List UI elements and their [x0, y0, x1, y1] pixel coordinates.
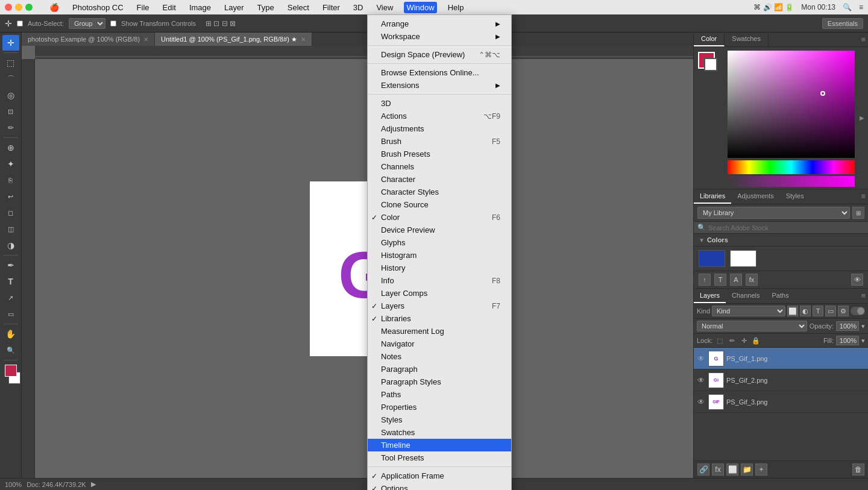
- marquee-tool[interactable]: ⬚: [2, 55, 19, 71]
- select-menu[interactable]: Select: [285, 2, 312, 13]
- apple-menu[interactable]: 🍎: [47, 2, 61, 13]
- auto-select-dropdown[interactable]: Group: [69, 18, 105, 29]
- doc-info-arrow[interactable]: ▶: [91, 480, 96, 488]
- color-picker[interactable]: [728, 51, 855, 185]
- menu-item-actions[interactable]: Actions⌥F9: [368, 110, 511, 122]
- layer-visibility-icon-1[interactable]: 👁: [696, 354, 706, 363]
- menu-item-browse-extensions-online[interactable]: Browse Extensions Online...: [368, 66, 511, 79]
- menu-item-info[interactable]: InfoF8: [368, 274, 511, 287]
- tab-adjustments[interactable]: Adjustments: [731, 189, 780, 204]
- layers-panel-menu[interactable]: ≡: [858, 289, 868, 303]
- brush-tool[interactable]: ✦: [2, 156, 19, 172]
- background-swatch[interactable]: [704, 58, 717, 71]
- tab-swatches[interactable]: Swatches: [725, 33, 769, 46]
- image-menu[interactable]: Image: [187, 2, 213, 13]
- opacity-bar[interactable]: [728, 176, 855, 187]
- quick-select-tool[interactable]: ◎: [2, 87, 19, 103]
- auto-select-checkbox[interactable]: [17, 20, 23, 27]
- blend-mode-select[interactable]: Normal: [697, 321, 807, 331]
- dodge-tool[interactable]: ◑: [2, 237, 19, 253]
- menu-item-notes[interactable]: Notes: [368, 350, 511, 363]
- maximize-button[interactable]: [25, 4, 33, 11]
- notification-icon[interactable]: ≡: [859, 3, 863, 11]
- minimize-button[interactable]: [15, 4, 22, 11]
- history-brush-tool[interactable]: ↩: [2, 189, 19, 204]
- menu-item-device-preview[interactable]: Device Preview: [368, 224, 511, 236]
- menu-item-3d[interactable]: 3D: [368, 97, 511, 110]
- menu-item-character-styles[interactable]: Character Styles: [368, 186, 511, 198]
- library-upload-button[interactable]: ↑: [699, 274, 711, 286]
- filter-menu[interactable]: Filter: [320, 2, 342, 13]
- menu-item-measurement-log[interactable]: Measurement Log: [368, 325, 511, 338]
- tab-libraries[interactable]: Libraries: [694, 189, 731, 204]
- tab-photoshop-example[interactable]: photoshop Example @ 100% (RGB/8) ✕: [22, 33, 155, 46]
- menu-item-layer-comps[interactable]: Layer Comps: [368, 287, 511, 300]
- tab-close-1[interactable]: ✕: [143, 36, 148, 43]
- filter-pixel-icon[interactable]: ⬜: [787, 306, 798, 316]
- delete-layer-button[interactable]: 🗑: [852, 463, 864, 476]
- menu-item-arrange[interactable]: Arrange▶: [368, 17, 511, 30]
- gradient-tool[interactable]: ◫: [2, 221, 19, 237]
- filter-kind-select[interactable]: Kind: [712, 306, 785, 316]
- menu-item-layers[interactable]: ✓LayersF7: [368, 300, 511, 312]
- menu-item-tool-presets[interactable]: Tool Presets: [368, 451, 511, 464]
- menu-item-design-space-preview[interactable]: Design Space (Preview)⌃⌘⌥: [368, 48, 511, 61]
- color-panel-menu[interactable]: ≡: [858, 33, 868, 46]
- path-select-tool[interactable]: ↗: [2, 290, 19, 306]
- foreground-color[interactable]: [5, 365, 17, 377]
- 3d-menu[interactable]: 3D: [351, 2, 366, 13]
- essentials-button[interactable]: Essentials: [822, 18, 863, 29]
- hand-tool[interactable]: ✋: [2, 326, 19, 342]
- lock-position-icon[interactable]: ✛: [739, 336, 749, 345]
- lock-brush-icon[interactable]: ✏: [727, 336, 737, 345]
- color-picker-handle[interactable]: [820, 91, 825, 96]
- menu-item-brush-presets[interactable]: Brush Presets: [368, 148, 511, 160]
- library-grid-button[interactable]: ⊞: [852, 207, 864, 219]
- tab-untitled1[interactable]: Untitled1 @ 100% (PS_Gif_1.png, RGB/8#) …: [155, 33, 312, 46]
- opacity-arrow[interactable]: ▾: [861, 322, 865, 330]
- menu-item-application-frame[interactable]: ✓Application Frame: [368, 470, 511, 482]
- tab-color[interactable]: Color: [694, 33, 725, 46]
- lock-all-icon[interactable]: 🔒: [751, 336, 761, 345]
- window-menu-trigger[interactable]: Window: [404, 2, 436, 13]
- help-menu[interactable]: Help: [445, 2, 467, 13]
- fill-input[interactable]: [836, 336, 859, 345]
- library-dropdown[interactable]: My Library: [697, 207, 850, 219]
- eraser-tool[interactable]: ◻: [2, 205, 19, 221]
- libraries-panel-menu[interactable]: ≡: [858, 189, 868, 204]
- layer-menu[interactable]: Layer: [222, 2, 247, 13]
- menu-item-color[interactable]: ✓ColorF6: [368, 211, 511, 224]
- color-expand[interactable]: ▶: [858, 47, 868, 189]
- app-name[interactable]: Photoshop CC: [70, 2, 126, 13]
- menu-item-paths[interactable]: Paths: [368, 388, 511, 401]
- menu-item-history[interactable]: History: [368, 262, 511, 274]
- layer-visibility-icon-2[interactable]: 👁: [696, 376, 706, 385]
- library-text-button[interactable]: T: [714, 274, 726, 286]
- lasso-tool[interactable]: ⌒: [2, 71, 19, 87]
- new-group-button[interactable]: 📁: [741, 463, 753, 476]
- menu-item-paragraph-styles[interactable]: Paragraph Styles: [368, 375, 511, 388]
- menu-item-brush[interactable]: BrushF5: [368, 135, 511, 148]
- edit-menu[interactable]: Edit: [160, 2, 178, 13]
- color-chip-blue[interactable]: [699, 250, 725, 267]
- filter-type-icon[interactable]: T: [813, 306, 823, 316]
- menu-item-workspace[interactable]: Workspace▶: [368, 30, 511, 43]
- add-mask-button[interactable]: ⬜: [726, 463, 738, 476]
- colors-header[interactable]: ▼ Colors: [694, 234, 868, 247]
- menu-item-character[interactable]: Character: [368, 173, 511, 186]
- menu-item-paragraph[interactable]: Paragraph: [368, 363, 511, 375]
- move-tool[interactable]: ✛: [2, 35, 19, 51]
- view-menu[interactable]: View: [374, 2, 395, 13]
- window-controls[interactable]: [5, 4, 33, 11]
- color-chip-white[interactable]: [730, 250, 756, 267]
- search-input[interactable]: [708, 224, 864, 231]
- tab-styles[interactable]: Styles: [780, 189, 810, 204]
- filter-toggle[interactable]: [851, 307, 865, 315]
- filter-shape-icon[interactable]: ▭: [825, 306, 836, 316]
- menu-item-navigator[interactable]: Navigator: [368, 338, 511, 350]
- library-eye-button[interactable]: 👁: [851, 274, 863, 286]
- menu-item-clone-source[interactable]: Clone Source: [368, 198, 511, 211]
- layer-row[interactable]: 👁 Gi PS_Gif_2.png: [694, 369, 868, 391]
- add-effect-button[interactable]: fx: [712, 463, 724, 476]
- filter-smart-icon[interactable]: ⚙: [838, 306, 849, 316]
